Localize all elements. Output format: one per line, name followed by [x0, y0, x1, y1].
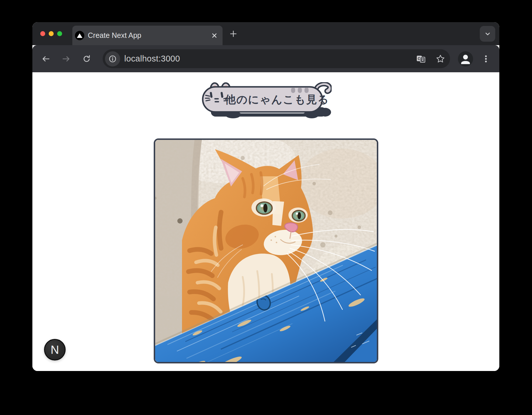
- close-icon: [211, 32, 218, 39]
- cat-button-illustration: 他のにゃんこも見る: [200, 82, 332, 119]
- site-info-button[interactable]: [105, 51, 120, 66]
- wall-nail: [177, 218, 183, 224]
- omnibox-actions: G: [416, 53, 450, 64]
- browser-window: Create Next App: [32, 22, 499, 371]
- new-tab-button[interactable]: [226, 27, 240, 41]
- reload-button[interactable]: [80, 52, 94, 66]
- vercel-triangle-icon: [75, 31, 84, 40]
- minimize-window-button[interactable]: [49, 31, 54, 36]
- browser-menu-button[interactable]: [479, 52, 493, 66]
- nextjs-dev-tools-button[interactable]: N: [44, 339, 66, 361]
- profile-avatar-button[interactable]: [458, 51, 473, 66]
- kitten-photo-illustration: [155, 140, 377, 362]
- star-icon: [435, 54, 445, 64]
- url-text[interactable]: localhost:3000: [124, 54, 416, 64]
- close-window-button[interactable]: [40, 31, 45, 36]
- chevron-down-icon: [483, 29, 492, 38]
- tab-title: Create Next App: [88, 31, 209, 40]
- tab-create-next-app[interactable]: Create Next App: [72, 26, 223, 45]
- address-bar[interactable]: localhost:3000 G: [103, 49, 450, 68]
- back-button[interactable]: [39, 52, 53, 66]
- arrow-right-icon: [62, 54, 71, 64]
- fullscreen-window-button[interactable]: [57, 31, 62, 36]
- page-content: 他のにゃんこも見る: [32, 72, 499, 371]
- tab-strip: Create Next App: [32, 22, 499, 45]
- translate-icon: G: [416, 54, 426, 64]
- cat-button-label: 他のにゃんこも見る: [224, 94, 329, 105]
- kebab-menu-icon: [481, 54, 491, 64]
- arrow-left-icon: [41, 54, 50, 64]
- nextjs-n-logo: N: [51, 344, 59, 356]
- see-other-cats-button[interactable]: 他のにゃんこも見る: [200, 82, 332, 119]
- person-icon: [458, 51, 473, 66]
- navigation-toolbar: localhost:3000 G: [32, 45, 499, 72]
- tab-close-button[interactable]: [209, 30, 220, 41]
- forward-button[interactable]: [59, 52, 73, 66]
- tab-search-button[interactable]: [480, 26, 495, 42]
- refresh-icon: [82, 54, 91, 64]
- cat-stripes: [291, 87, 309, 93]
- bookmark-button[interactable]: [435, 53, 446, 64]
- plus-icon: [230, 30, 237, 38]
- kitten-photo: [154, 138, 378, 363]
- info-icon: [108, 54, 117, 63]
- traffic-lights: [32, 31, 62, 36]
- translate-button[interactable]: G: [416, 53, 427, 64]
